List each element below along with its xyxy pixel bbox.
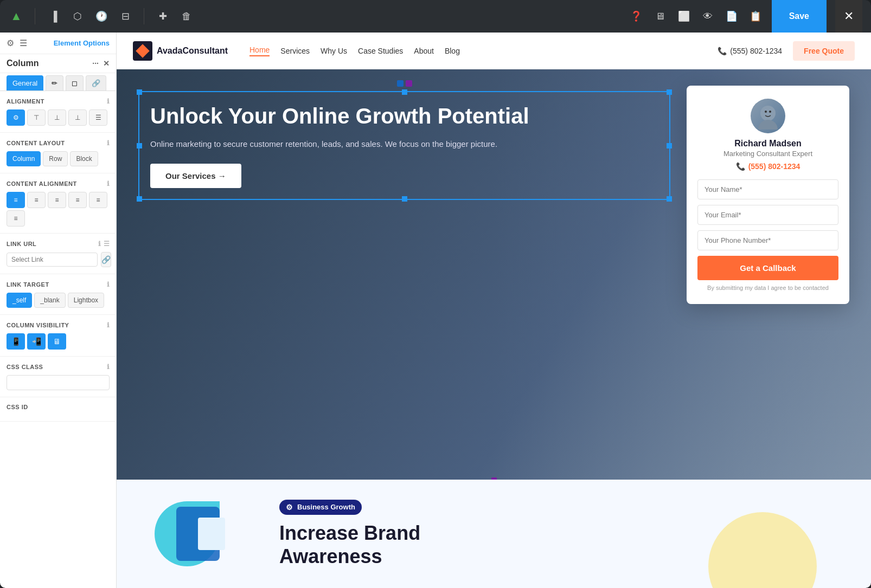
handle-tm[interactable] bbox=[402, 89, 407, 95]
svg-point-3 bbox=[769, 111, 771, 113]
nav-casestudies[interactable]: Case Studies bbox=[358, 47, 403, 55]
target-blank-btn[interactable]: _blank bbox=[34, 293, 65, 308]
site-nav: AvadaConsultant Home Services Why Us Cas… bbox=[117, 33, 871, 69]
align-middle-btn[interactable]: ⊥ bbox=[48, 109, 66, 126]
more-icon[interactable]: ··· bbox=[92, 59, 99, 68]
list-icon[interactable]: ☰ bbox=[20, 38, 27, 48]
delete-icon[interactable]: 🗑 bbox=[179, 9, 194, 24]
add-icon[interactable]: ✚ bbox=[155, 9, 170, 24]
layout-block-btn[interactable]: Block bbox=[70, 151, 98, 166]
ca-midright[interactable]: ≡ bbox=[7, 210, 25, 227]
box-icon: ◻ bbox=[72, 79, 78, 87]
card-title: Marketing Consultant Expert bbox=[723, 150, 812, 158]
layout-row-btn[interactable]: Row bbox=[43, 151, 68, 166]
column-visibility-label: Column Visibility ℹ bbox=[7, 321, 110, 329]
info-icon5: ℹ bbox=[107, 281, 110, 288]
tab-style[interactable]: ✏ bbox=[46, 75, 63, 91]
card-phone-icon: 📞 bbox=[736, 162, 745, 171]
desktop-icon[interactable]: 🖥 bbox=[652, 9, 668, 24]
tab-layout[interactable]: ◻ bbox=[66, 75, 84, 91]
card-name: Richard Madsen bbox=[734, 139, 802, 148]
settings-icon[interactable]: ⚙ bbox=[7, 38, 14, 48]
target-self-btn[interactable]: _self bbox=[7, 293, 32, 308]
sliders-icon[interactable]: ⊟ bbox=[118, 9, 133, 24]
align-stretch-btn[interactable]: ⚙ bbox=[7, 109, 25, 126]
logo-diamond-icon bbox=[133, 41, 152, 61]
save-button[interactable]: Save bbox=[772, 0, 827, 33]
target-lightbox-btn[interactable]: Lightbox bbox=[68, 293, 104, 308]
link-url-input[interactable] bbox=[7, 253, 98, 267]
handle-tl[interactable] bbox=[137, 89, 142, 95]
our-services-button[interactable]: Our Services → bbox=[150, 164, 241, 188]
handle-lm[interactable] bbox=[137, 143, 142, 148]
nav-services[interactable]: Services bbox=[280, 47, 310, 55]
handle-bm[interactable] bbox=[402, 196, 407, 202]
nav-about[interactable]: About bbox=[414, 47, 434, 55]
css-class-input[interactable] bbox=[7, 375, 110, 390]
content-alignment-section: Content Alignment ℹ ≡ ≡ ≡ ≡ ≡ ≡ bbox=[0, 173, 116, 234]
svg-point-2 bbox=[765, 111, 767, 113]
nav-blog[interactable]: Blog bbox=[445, 47, 460, 55]
layers-icon[interactable]: ⬡ bbox=[70, 9, 85, 24]
help-icon[interactable]: ❓ bbox=[629, 9, 644, 24]
left-panel: ⚙ ☰ Element Options Column ··· ✕ General… bbox=[0, 33, 117, 588]
element-options-label: Element Options bbox=[54, 39, 110, 47]
page-settings-icon[interactable]: 📄 bbox=[724, 9, 739, 24]
layout-column-btn[interactable]: Column bbox=[7, 151, 41, 166]
free-quote-button[interactable]: Free Quote bbox=[793, 41, 855, 61]
css-id-section: CSS ID bbox=[0, 397, 116, 422]
hero-content: Unlock Your Online Growth Potential Onli… bbox=[117, 69, 871, 480]
link-icon: 🔗 bbox=[92, 79, 100, 87]
phone-icon: 📞 bbox=[718, 47, 727, 55]
handle-tr[interactable] bbox=[667, 89, 672, 95]
card-email-input[interactable] bbox=[697, 205, 838, 225]
css-id-label: CSS ID bbox=[7, 404, 110, 410]
card-avatar bbox=[751, 99, 785, 133]
alignment-section: Alignment ℹ ⚙ ⊤ ⊥ ⊥ ☰ bbox=[0, 91, 116, 133]
link-chain-icon[interactable]: 🔗 bbox=[101, 252, 111, 267]
align-cols-btn[interactable]: ☰ bbox=[89, 109, 107, 126]
business-badge: ⚙ Business Growth bbox=[279, 500, 362, 515]
vis-desktop-btn[interactable]: 🖥 bbox=[48, 333, 66, 350]
content-layout-label: Content Layout ℹ bbox=[7, 139, 110, 147]
css-class-section: CSS Class ℹ bbox=[0, 357, 116, 397]
template-icon[interactable]: 📋 bbox=[748, 9, 763, 24]
ca-topright[interactable]: ≡ bbox=[48, 192, 66, 208]
ca-midcenter[interactable]: ≡ bbox=[89, 192, 107, 208]
align-top-btn[interactable]: ⊤ bbox=[27, 109, 46, 126]
vis-mobile-btn[interactable]: 📱 bbox=[7, 333, 25, 350]
preview-icon[interactable]: 👁 bbox=[700, 9, 715, 24]
ca-topleft[interactable]: ≡ bbox=[7, 192, 25, 208]
illus-light-shape bbox=[198, 518, 225, 550]
vis-tablet-btn[interactable]: 📲 bbox=[27, 333, 46, 350]
nav-links: Home Services Why Us Case Studies About … bbox=[249, 46, 460, 56]
handle-bl[interactable] bbox=[137, 196, 142, 202]
info-icon: ℹ bbox=[107, 98, 110, 105]
close-button[interactable]: ✕ bbox=[835, 0, 862, 33]
handle-br[interactable] bbox=[667, 196, 672, 202]
content-layout-options: Column Row Block bbox=[7, 151, 110, 166]
tab-general[interactable]: General bbox=[7, 75, 43, 91]
panel-toggle-icon[interactable]: ▐ bbox=[46, 9, 61, 24]
panel-header-icons: ⚙ ☰ bbox=[7, 38, 27, 48]
selection-bar-top bbox=[397, 80, 412, 87]
close-panel-icon[interactable]: ✕ bbox=[103, 59, 110, 68]
tablet-icon[interactable]: ⬜ bbox=[676, 9, 691, 24]
divider bbox=[35, 8, 35, 24]
align-bottom-btn2[interactable]: ⊥ bbox=[68, 109, 87, 126]
callback-button[interactable]: Get a Callback bbox=[697, 256, 838, 280]
divider2 bbox=[144, 8, 144, 24]
tab-link[interactable]: 🔗 bbox=[86, 75, 106, 91]
handle-rm[interactable] bbox=[667, 143, 672, 148]
col-handle-bottom bbox=[491, 477, 497, 480]
history-icon[interactable]: 🕐 bbox=[94, 9, 109, 24]
svg-point-0 bbox=[760, 106, 776, 121]
card-name-input[interactable] bbox=[697, 179, 838, 199]
logo-text: AvadaConsultant bbox=[157, 46, 228, 56]
ca-midleft[interactable]: ≡ bbox=[68, 192, 87, 208]
card-phone-input[interactable] bbox=[697, 230, 838, 250]
main-layout: ⚙ ☰ Element Options Column ··· ✕ General… bbox=[0, 33, 871, 588]
ca-topcenter[interactable]: ≡ bbox=[27, 192, 46, 208]
nav-whyus[interactable]: Why Us bbox=[321, 47, 347, 55]
nav-home[interactable]: Home bbox=[249, 46, 270, 56]
